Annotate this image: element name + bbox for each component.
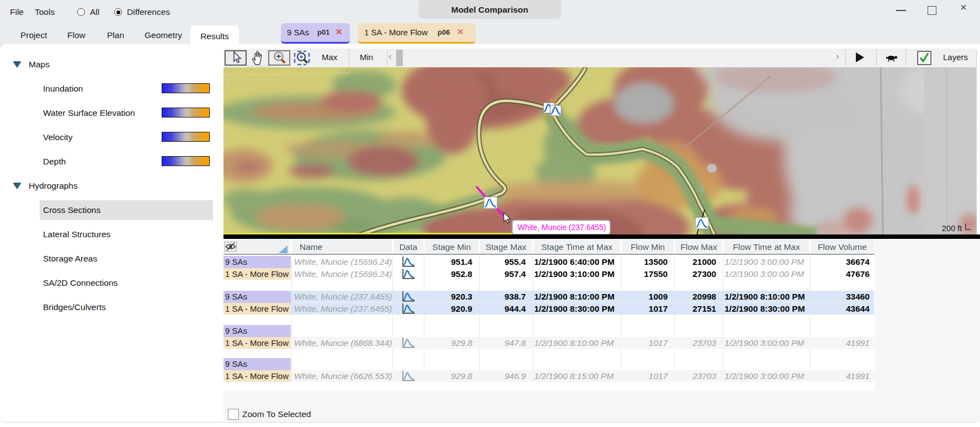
svg-text:White, Muncie (237.6455): White, Muncie (237.6455) [518, 223, 606, 232]
svg-text:200 ft: 200 ft [942, 224, 962, 233]
